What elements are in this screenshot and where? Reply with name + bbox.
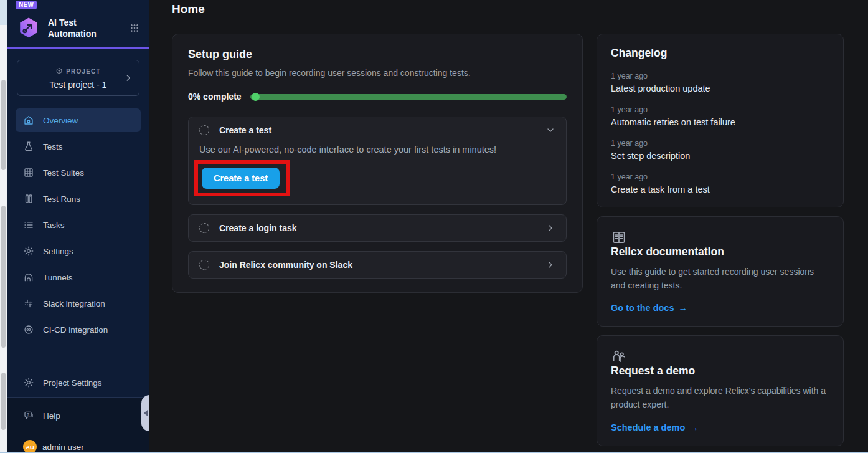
changelog-time: 1 year ago: [611, 105, 829, 114]
step-title: Join Relicx community on Slack: [219, 260, 352, 270]
sidebar-item-test-suites[interactable]: Test Suites: [16, 161, 141, 184]
changelog-entry: 1 year ago Latest production update: [611, 72, 829, 93]
go-to-docs-link[interactable]: Go to the docs →: [611, 303, 687, 313]
right-panel: Changelog 1 year ago Latest production u…: [597, 34, 844, 453]
changelog-entry-title: Latest production update: [611, 83, 829, 93]
incomplete-step-icon: [199, 223, 209, 233]
sidebar-item-overview[interactable]: Overview: [16, 108, 141, 132]
sidebar-item-label: Settings: [43, 247, 73, 256]
sidebar-item-project-settings[interactable]: Project Settings: [16, 371, 141, 394]
step-title: Create a login task: [219, 223, 297, 233]
svg-text:?: ?: [27, 412, 29, 416]
request-demo-card: Request a demo Request a demo and explor…: [597, 335, 844, 446]
documentation-card: Relicx documentation Use this guide to g…: [597, 216, 844, 327]
incomplete-step-icon: [199, 125, 209, 135]
project-selector[interactable]: PROJECT Test project - 1: [17, 60, 139, 96]
columns-icon: [23, 193, 34, 204]
chevron-right-icon[interactable]: [545, 260, 555, 270]
setup-step-header[interactable]: Join Relicx community on Slack: [199, 260, 555, 270]
sidebar-item-tasks[interactable]: Tasks: [16, 213, 141, 237]
background-scrollbar-thumb: [1, 373, 6, 430]
cicd-icon: [23, 324, 34, 335]
chevron-right-icon[interactable]: [545, 223, 555, 233]
changelog-entry-title: Create a task from a test: [611, 184, 829, 194]
user-name: admin user: [42, 442, 84, 452]
background-scrollbar-thumb: [1, 206, 6, 348]
app-grid-icon[interactable]: [130, 23, 139, 33]
changelog-card: Changelog 1 year ago Latest production u…: [597, 34, 844, 207]
changelog-entry: 1 year ago Create a task from a test: [611, 173, 829, 194]
sidebar-item-label: Tests: [43, 142, 63, 151]
progress-label: 0% complete: [188, 92, 242, 102]
progress-indicator-dot: [252, 93, 260, 101]
setup-step-join-slack: Join Relicx community on Slack: [188, 251, 567, 279]
changelog-entry: 1 year ago Automatic retries on test fai…: [611, 105, 829, 127]
background-window-edge: [0, 0, 7, 453]
sidebar-footer: ? Help AU admin user: [7, 397, 149, 453]
table-icon: [23, 167, 34, 178]
slack-icon: [23, 298, 34, 309]
sidebar-item-label: Tunnels: [43, 273, 73, 282]
project-name: Test project - 1: [25, 80, 131, 90]
annotation-highlight-box: Create a test: [194, 160, 290, 196]
step-title: Create a test: [219, 125, 271, 135]
sidebar-item-cicd-integration[interactable]: CI-CD integration: [16, 318, 141, 341]
documentation-title: Relicx documentation: [611, 246, 829, 259]
sidebar-item-label: Help: [43, 411, 60, 421]
app-title: AI Test Automation: [48, 17, 97, 39]
sidebar-item-label: CI-CD integration: [43, 325, 108, 335]
setup-step-header[interactable]: Create a test: [199, 125, 555, 135]
list-icon: [23, 219, 34, 231]
flask-icon: [23, 141, 34, 152]
sidebar-nav: Overview Tests Test Suites Test R: [7, 96, 149, 344]
setup-step-header[interactable]: Create a login task: [199, 223, 555, 233]
sidebar-item-label: Test Suites: [43, 168, 84, 178]
setup-guide-title: Setup guide: [188, 48, 567, 61]
sidebar: NEW AI Test Automation: [7, 0, 149, 453]
sidebar-item-slack-integration[interactable]: Slack integration: [16, 292, 141, 315]
sidebar-item-tests[interactable]: Tests: [16, 135, 141, 158]
main-content: Home Setup guide Follow this guide to be…: [149, 0, 868, 453]
sidebar-item-settings[interactable]: Settings: [16, 239, 141, 263]
changelog-entry-title: Automatic retries on test failure: [611, 117, 829, 127]
chevron-down-icon[interactable]: [545, 125, 555, 135]
incomplete-step-icon: [199, 260, 209, 270]
create-test-button[interactable]: Create a test: [202, 168, 280, 189]
page-title: Home: [172, 2, 844, 16]
step-description: Use our AI-powered, no-code interface to…: [199, 145, 555, 155]
request-demo-title: Request a demo: [611, 365, 829, 378]
arrow-right-icon: →: [679, 303, 688, 313]
setup-guide-card: Setup guide Follow this guide to begin r…: [172, 34, 583, 293]
sidebar-item-test-runs[interactable]: Test Runs: [16, 187, 141, 211]
changelog-title: Changelog: [611, 47, 829, 60]
link-label: Schedule a demo: [611, 422, 685, 432]
setup-step-create-test: Create a test Use our AI-powered, no-cod…: [188, 117, 567, 205]
progress-bar: [250, 94, 567, 100]
sidebar-collapse-handle[interactable]: [141, 395, 149, 431]
setup-step-login-task: Create a login task: [188, 214, 567, 242]
sidebar-item-tunnels[interactable]: Tunnels: [16, 265, 141, 289]
chevron-right-icon: [124, 74, 133, 82]
home-icon: [23, 115, 34, 126]
cube-icon: [55, 67, 63, 75]
sidebar-item-label: Tasks: [43, 221, 65, 230]
background-window-edge-top: [0, 0, 7, 25]
tunnel-icon: [23, 272, 34, 283]
sidebar-item-label: Overview: [43, 116, 78, 125]
sidebar-item-label: Slack integration: [43, 299, 105, 308]
link-label: Go to the docs: [611, 303, 674, 313]
sidebar-item-help[interactable]: ? Help: [16, 404, 141, 427]
user-menu[interactable]: AU admin user: [16, 437, 141, 453]
arrow-right-icon: →: [689, 422, 699, 432]
gear-icon: [23, 246, 34, 257]
schedule-demo-link[interactable]: Schedule a demo →: [611, 422, 699, 432]
project-label: PROJECT: [66, 68, 101, 75]
brand-header: NEW AI Test Automation: [7, 0, 149, 49]
documentation-description: Use this guide to get started recording …: [611, 265, 829, 292]
open-book-icon: [611, 229, 829, 246]
user-avatar: AU: [23, 440, 37, 453]
background-scrollbar-thumb: [1, 80, 6, 170]
changelog-time: 1 year ago: [611, 173, 829, 181]
request-demo-description: Request a demo and explore Relicx's capa…: [611, 384, 829, 411]
collapse-arrow-icon: [144, 410, 148, 416]
